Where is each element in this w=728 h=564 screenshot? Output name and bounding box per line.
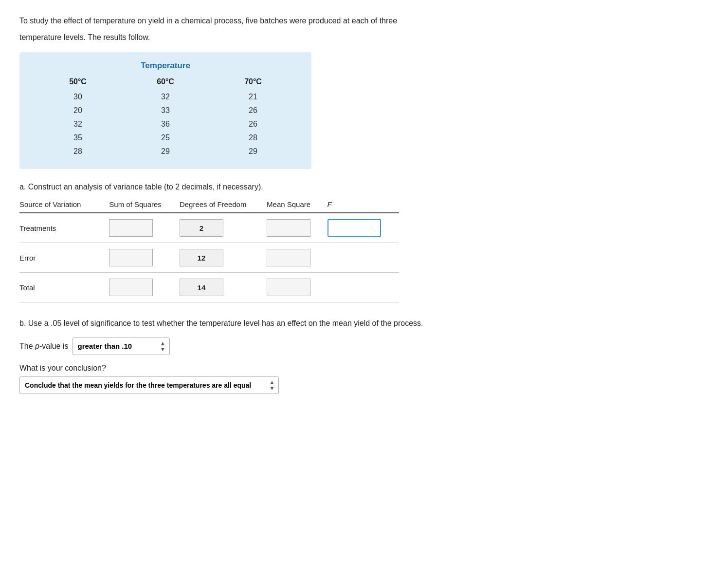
anova-ss-input[interactable]: [109, 249, 153, 266]
anova-ss-cell[interactable]: [109, 273, 180, 302]
anova-df-cell: 14: [180, 273, 267, 302]
part-a-label: a. Construct an analysis of variance tab…: [19, 183, 709, 191]
temp-cell: 32: [122, 90, 209, 104]
temp-cell: 20: [34, 104, 122, 117]
temp-cell: 36: [122, 117, 209, 131]
anova-ms-input[interactable]: [267, 219, 310, 237]
anova-ms-cell[interactable]: [267, 243, 327, 273]
temperature-table-wrapper: Temperature 50°C 60°C 70°C 3032212033263…: [19, 52, 311, 169]
anova-source-cell: Total: [19, 273, 109, 302]
col3-header: 70°C: [209, 75, 297, 90]
anova-ss-input[interactable]: [109, 219, 153, 237]
temp-cell: 25: [122, 131, 209, 145]
temp-cell: 28: [209, 131, 297, 145]
temp-data-row: 352528: [34, 131, 297, 145]
temp-cell: 28: [34, 145, 122, 158]
intro-line2: temperature levels. The results follow.: [19, 31, 709, 44]
intro-line1: To study the effect of temperature on yi…: [19, 15, 709, 27]
anova-source-cell: Treatments: [19, 213, 109, 243]
anova-row: Error12: [19, 243, 399, 273]
col2-header: 60°C: [122, 75, 209, 90]
temp-data-row: 323626: [34, 117, 297, 131]
temp-table-header: Temperature: [34, 61, 297, 75]
anova-row: Total14: [19, 273, 399, 302]
part-a-text: Construct an analysis of variance table …: [28, 183, 263, 191]
anova-df-box: 12: [180, 249, 223, 266]
col1-header: 50°C: [34, 75, 122, 90]
temp-data-row: 282929: [34, 145, 297, 158]
temp-cell: 29: [122, 145, 209, 158]
temp-cell: 32: [34, 117, 122, 131]
anova-col-source: Source of Variation: [19, 198, 109, 213]
temp-data-row: 303221: [34, 90, 297, 104]
anova-df-box: 2: [180, 219, 223, 237]
anova-f-cell[interactable]: [328, 243, 399, 273]
anova-ss-cell[interactable]: [109, 243, 180, 273]
conclusion-dropdown-wrapper[interactable]: Conclude that the mean yields for the th…: [19, 376, 279, 394]
temp-cell: 30: [34, 90, 122, 104]
conclusion-select[interactable]: Conclude that the mean yields for the th…: [19, 376, 279, 394]
anova-f-cell[interactable]: [328, 273, 399, 302]
conclusion-label: What is your conclusion?: [19, 364, 709, 373]
temp-cell: 26: [209, 117, 297, 131]
anova-ms-input[interactable]: [267, 249, 310, 266]
anova-table-wrapper: Source of Variation Sum of Squares Degre…: [19, 198, 709, 302]
anova-df-cell: 2: [180, 213, 267, 243]
anova-col-headers: Source of Variation Sum of Squares Degre…: [19, 198, 399, 213]
anova-col-df: Degrees of Freedom: [180, 198, 267, 213]
temp-cell: 33: [122, 104, 209, 117]
anova-ss-input[interactable]: [109, 279, 153, 296]
temp-cell: 29: [209, 145, 297, 158]
anova-col-ss: Sum of Squares: [109, 198, 180, 213]
p-value-prefix: The p-value is: [19, 342, 69, 351]
anova-ms-cell[interactable]: [267, 273, 327, 302]
anova-source-cell: Error: [19, 243, 109, 273]
p-value-row: The p-value is less than .01between .01 …: [19, 338, 709, 355]
anova-col-ms: Mean Square: [267, 198, 327, 213]
anova-ms-cell[interactable]: [267, 213, 327, 243]
anova-row: Treatments2: [19, 213, 399, 243]
temp-data-row: 203326: [34, 104, 297, 117]
temp-cell: 21: [209, 90, 297, 104]
anova-f-cell[interactable]: [328, 213, 399, 243]
anova-f-input[interactable]: [328, 219, 381, 237]
part-b-section: b. Use a .05 level of significance to te…: [19, 317, 709, 394]
temp-cell: 26: [209, 104, 297, 117]
part-b-text: b. Use a .05 level of significance to te…: [19, 317, 709, 330]
anova-table: Source of Variation Sum of Squares Degre…: [19, 198, 399, 302]
temperature-table: Temperature 50°C 60°C 70°C 3032212033263…: [34, 61, 297, 158]
anova-col-f: F: [328, 198, 399, 213]
anova-df-box: 14: [180, 279, 223, 296]
part-b-description: Use a .05 level of significance to test …: [28, 319, 423, 327]
anova-ss-cell[interactable]: [109, 213, 180, 243]
anova-df-cell: 12: [180, 243, 267, 273]
anova-ms-input[interactable]: [267, 279, 310, 296]
temp-cell: 35: [34, 131, 122, 145]
conclusion-row: Conclude that the mean yields for the th…: [19, 376, 709, 394]
part-b-label: b.: [19, 319, 28, 327]
part-a-prefix: a.: [19, 183, 28, 191]
p-value-select[interactable]: less than .01between .01 and .025between…: [73, 338, 170, 355]
p-value-dropdown-wrapper[interactable]: less than .01between .01 and .025between…: [73, 338, 170, 355]
